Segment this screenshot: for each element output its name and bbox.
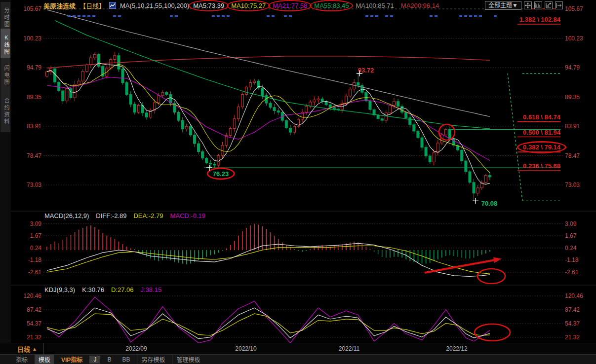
app-window: 105.67105.67100.23100.2394.7994.7989.358… [0,0,596,364]
price-axis-label-right: 83.91 [565,123,580,130]
labels-layer: 105.67105.67100.23100.2394.7994.7989.358… [0,0,596,364]
date-label: 2022/09 [125,345,147,352]
price-axis-label-right: 89.35 [565,94,580,101]
toolbar-item-VIP指标[interactable]: VIP指标 [57,355,86,364]
price-axis-label-right: 100.23 [565,35,583,42]
price-axis-label-right: 21.32 [565,334,580,341]
shift-right-icon[interactable] [555,1,563,9]
price-axis-label-left: 21.32 [12,334,41,341]
price-axis-label-left: 78.47 [12,152,41,159]
ma-value-label: MA10:75.27 [231,2,266,9]
chart-type-icon [109,2,116,9]
ma-value-label: MA100:85.71 [356,2,394,9]
chart-header: 美原油连续 【日线】 MA(5,10,21,55,100,200) MA5:73… [43,0,439,11]
ma-value-label: MA21:77.58 [273,2,307,9]
price-axis-label-left: 120.46 [12,292,41,299]
toolbar-item-BB[interactable]: BB [118,356,134,364]
fib-level-label: 0.500 \ 81.94 [523,129,560,136]
ma-value-list: MA5:73.39MA10:75.27MA21:77.58MA55:83.45M… [193,2,439,9]
price-axis-label-right: 105.67 [565,5,583,12]
expand-bars-icon[interactable] [545,1,553,9]
price-axis-label-left: 94.79 [12,64,41,71]
price-axis-label-left: 83.91 [12,123,41,130]
kdj-header: KDJ(9,3,3) K:30.76 D:27.06 J:38.15 [44,286,161,293]
price-marker-label: 70.08 [481,200,498,207]
fib-level-label: 0.236 \ 75.68 [523,162,560,170]
price-axis-label-right: 54.37 [565,320,580,327]
toolbar-item-B[interactable]: B [103,356,115,364]
price-axis-label-left: -2.61 [12,269,41,276]
ma-value-label: MA5:73.39 [193,2,224,9]
price-axis-label-left: 0.24 [12,245,41,252]
toolbar-item-管理模板[interactable]: 管理模板 [172,355,204,364]
sidebar-tab-闪电图[interactable]: 闪电图 [0,58,10,93]
price-axis-label-right: -1.18 [565,256,578,263]
price-axis-label-right: 78.47 [565,152,580,159]
price-axis-label-left: 3.09 [12,220,41,227]
sidebar-tab-合约资料[interactable]: 合约资料 [0,91,10,132]
period-tag: 【日线】 [79,1,105,10]
price-axis-label-right: 94.79 [565,64,580,71]
time-axis-row: 日线 ▲ 2022/092022/102022/112022/12 [0,343,596,355]
compress-bars-icon[interactable] [534,1,542,9]
macd-dea-value: DEA:-2.79 [133,212,163,219]
price-axis-label-right: 73.03 [565,182,580,188]
price-axis-label-right: 120.46 [565,292,583,299]
toolbar-item-J[interactable]: J [89,356,100,364]
toolbar-item-模板[interactable]: 模板 [35,355,54,364]
period-label: 日线 [17,344,30,354]
price-marker-label: 76.23 [213,170,229,178]
price-axis-label-left: 89.35 [12,94,41,101]
ma-parameters: MA(5,10,21,55,100,200) [120,2,189,9]
ma-value-label: MA55:83.45 [314,2,349,9]
fib-level-label: 1.382 \ 102.84 [519,16,560,23]
kdj-k-value: K:30.76 [82,286,104,293]
fib-level-label: 0.618 \ 84.74 [523,113,560,121]
theme-selector-button[interactable]: 全部主题▼ [485,1,521,10]
kdj-j-value: J:38.15 [141,286,162,293]
date-label: 2022/12 [446,345,467,352]
toolbar-item-另存模板[interactable]: 另存模板 [137,355,169,364]
macd-macd-value: MACD:-0.19 [170,212,205,219]
price-axis-label-right: 1.67 [565,232,576,239]
kdj-d-value: D:27.06 [111,286,134,293]
instrument-title: 美原油连续 [43,1,76,10]
fib-level-label: 0.382 \ 79.14 [523,144,560,151]
period-arrow-icon: ▲ [32,346,37,352]
move-tool-icon[interactable] [524,1,532,9]
bottom-toolbar: 指标模板VIP指标JBBB另存模板管理模板 [0,354,596,364]
kdj-name: KDJ(9,3,3) [44,286,75,293]
price-axis-label-left: 1.67 [12,232,41,239]
price-axis-label-left: 100.23 [12,35,41,42]
price-axis-label-right: -2.61 [565,269,578,276]
price-axis-label-right: 0.24 [565,245,576,252]
price-axis-label-left: 54.37 [12,320,41,327]
toolbar-item-指标[interactable]: 指标 [12,355,32,364]
date-label: 2022/10 [235,345,256,352]
price-axis-label-left: 73.03 [12,182,41,188]
date-label: 2022/11 [339,345,360,352]
sidebar-tab-K线图[interactable]: K线图 [0,29,10,61]
price-axis-label-left: 87.42 [12,306,41,313]
macd-header: MACD(26,12,9) DIFF:-2.89 DEA:-2.79 MACD:… [44,212,205,219]
header-controls: 全部主题▼ [485,1,563,10]
period-selector[interactable]: 日线 ▲ [11,343,44,354]
price-marker-label: 93.72 [358,67,374,74]
macd-diff-value: DIFF:-2.89 [96,212,126,219]
price-axis-label-right: 3.09 [565,220,576,227]
price-axis-label-left: -1.18 [12,256,41,263]
price-axis-label-left: 105.67 [12,5,41,12]
price-axis-label-right: 87.42 [565,306,580,313]
ma-value-label: MA200:96.14 [401,2,439,9]
macd-name: MACD(26,12,9) [44,212,89,219]
left-sidebar: 分时图K线图闪电图合约资料 [0,0,11,343]
